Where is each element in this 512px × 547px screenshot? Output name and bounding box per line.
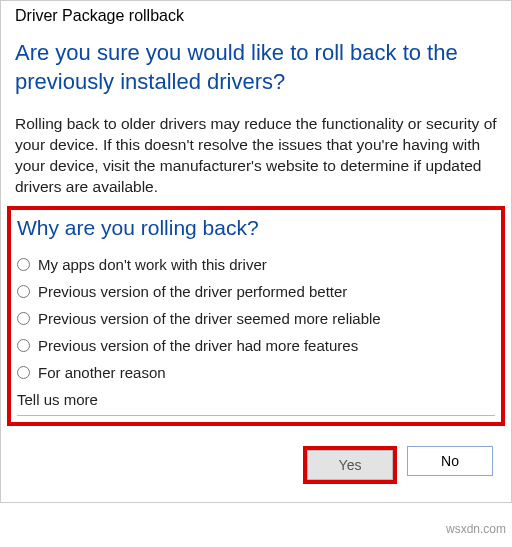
reason-option-more-reliable[interactable]: Previous version of the driver seemed mo… xyxy=(17,310,495,327)
reason-label: For another reason xyxy=(38,364,166,381)
reason-option-another-reason[interactable]: For another reason xyxy=(17,364,495,381)
reason-label: Previous version of the driver seemed mo… xyxy=(38,310,381,327)
tell-us-more-input-underline[interactable] xyxy=(17,412,495,416)
no-button[interactable]: No xyxy=(407,446,493,476)
dialog-headline: Are you sure you would like to roll back… xyxy=(15,39,497,96)
reason-radio-another-reason[interactable] xyxy=(17,366,30,379)
yes-button[interactable]: Yes xyxy=(307,450,393,480)
yes-button-highlight: Yes xyxy=(303,446,397,484)
tell-us-more-label: Tell us more xyxy=(17,391,495,408)
reason-option-more-features[interactable]: Previous version of the driver had more … xyxy=(17,337,495,354)
reason-heading: Why are you rolling back? xyxy=(17,216,495,240)
reason-label: My apps don't work with this driver xyxy=(38,256,267,273)
reason-option-performed-better[interactable]: Previous version of the driver performed… xyxy=(17,283,495,300)
rollback-reason-group: Why are you rolling back? My apps don't … xyxy=(7,206,505,426)
reason-radio-more-reliable[interactable] xyxy=(17,312,30,325)
reason-label: Previous version of the driver had more … xyxy=(38,337,358,354)
dialog-button-row: Yes No xyxy=(15,446,497,484)
reason-radio-performed-better[interactable] xyxy=(17,285,30,298)
reason-label: Previous version of the driver performed… xyxy=(38,283,347,300)
reason-option-apps-dont-work[interactable]: My apps don't work with this driver xyxy=(17,256,495,273)
reason-radio-apps-dont-work[interactable] xyxy=(17,258,30,271)
reason-radio-more-features[interactable] xyxy=(17,339,30,352)
dialog-window: Driver Package rollback Are you sure you… xyxy=(0,0,512,503)
window-title: Driver Package rollback xyxy=(15,7,497,25)
dialog-body-text: Rolling back to older drivers may reduce… xyxy=(15,114,497,198)
